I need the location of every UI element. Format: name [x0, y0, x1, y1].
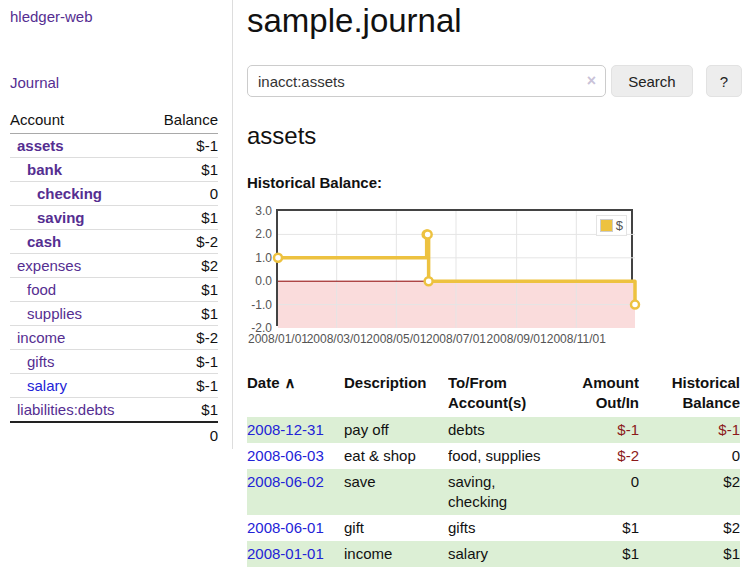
account-row: supplies$1 [10, 302, 218, 326]
chart-title: Historical Balance: [247, 174, 742, 191]
transaction-row: 2008-06-03eat & shopfood, supplies$-20 [247, 443, 740, 469]
account-row: income$-2 [10, 326, 218, 350]
register-table-body: 2008-12-31pay offdebts$-1$-12008-06-03ea… [247, 417, 740, 567]
account-name-cell: saving [10, 206, 147, 230]
sidebar-item-journal[interactable]: Journal [10, 74, 218, 91]
main-content: sample.journal × Search ? assets Histori… [233, 0, 742, 567]
transaction-row: 2008-06-02savesaving, checking0$2 [247, 469, 740, 515]
transaction-balance: $2 [639, 515, 740, 541]
transaction-balance: $2 [639, 469, 740, 515]
transaction-description: income [344, 541, 448, 567]
account-row: saving$1 [10, 206, 218, 230]
x-axis-tick-label: 2008/01/01 [246, 332, 310, 346]
account-link[interactable]: saving [37, 209, 85, 226]
transaction-date-link[interactable]: 2008-01-01 [247, 545, 324, 562]
transaction-date-link[interactable]: 2008-06-01 [247, 519, 324, 536]
page-title: sample.journal [247, 2, 742, 40]
accounts-table-body: assets$-1bank$1checking0saving$1cash$-2e… [10, 134, 218, 423]
account-balance: $-1 [147, 374, 218, 398]
account-name-cell: assets [10, 134, 147, 158]
account-link[interactable]: supplies [27, 305, 82, 322]
account-name-cell: income [10, 326, 147, 350]
account-balance: $2 [147, 254, 218, 278]
account-row: assets$-1 [10, 134, 218, 158]
transaction-description: save [344, 469, 448, 515]
account-row: checking0 [10, 182, 218, 206]
search-button[interactable]: Search [611, 65, 693, 97]
transaction-date-link[interactable]: 2008-12-31 [247, 421, 324, 438]
page: hledger-web Journal Account Balance asse… [0, 0, 742, 567]
chart-legend: $ [596, 215, 627, 236]
account-row: gifts$-1 [10, 350, 218, 374]
account-link[interactable]: checking [37, 185, 102, 202]
account-balance: $-1 [147, 350, 218, 374]
transaction-balance: $1 [639, 541, 740, 567]
transaction-accounts: gifts [448, 515, 552, 541]
account-name-cell: checking [10, 182, 147, 206]
account-name-cell: expenses [10, 254, 147, 278]
legend-label: $ [616, 218, 623, 233]
legend-swatch-icon [600, 219, 613, 232]
account-link[interactable]: food [27, 281, 56, 298]
account-link[interactable]: income [17, 329, 65, 346]
account-row: food$1 [10, 278, 218, 302]
account-row: cash$-2 [10, 230, 218, 254]
transaction-description: gift [344, 515, 448, 541]
y-axis-tick-label: 3.0 [242, 204, 272, 218]
account-balance: $-2 [147, 230, 218, 254]
account-link[interactable]: assets [17, 137, 64, 154]
x-axis-tick-label: 2008/11/01 [544, 332, 608, 346]
transaction-amount: $-2 [552, 443, 639, 469]
register-col-description: Description [344, 370, 448, 417]
accounts-table: Account Balance assets$-1bank$1checking0… [10, 108, 218, 447]
transaction-accounts: debts [448, 417, 552, 443]
account-link[interactable]: cash [27, 233, 61, 250]
x-axis-tick-label: 2008/03/01 [305, 332, 369, 346]
account-link[interactable]: gifts [27, 353, 55, 370]
transaction-amount: $-1 [552, 417, 639, 443]
account-link[interactable]: liabilities:debts [17, 401, 115, 418]
transaction-date-cell: 2008-06-01 [247, 515, 344, 541]
account-link[interactable]: expenses [17, 257, 81, 274]
accounts-col-balance: Balance [147, 108, 218, 134]
y-axis-tick-label: 2.0 [242, 227, 272, 241]
account-row: bank$1 [10, 158, 218, 182]
transaction-accounts: food, supplies [448, 443, 552, 469]
transaction-row: 2008-01-01incomesalary$1$1 [247, 541, 740, 567]
account-name-cell: salary [10, 374, 147, 398]
register-col-amount: Amount Out/In [552, 370, 639, 417]
transaction-date-link[interactable]: 2008-06-03 [247, 447, 324, 464]
register-col-date-label: Date [247, 374, 280, 391]
x-axis-tick-label: 2008/09/01 [485, 332, 549, 346]
sidebar: hledger-web Journal Account Balance asse… [0, 0, 233, 449]
transaction-amount: $1 [552, 515, 639, 541]
account-link[interactable]: bank [27, 161, 62, 178]
register-col-accounts: To/From Account(s) [448, 370, 552, 417]
app-title-link[interactable]: hledger-web [10, 8, 218, 25]
transaction-amount: 0 [552, 469, 639, 515]
balance-chart: $ 3.02.01.00.0-1.0-2.02008/01/012008/03/… [276, 209, 633, 326]
transaction-date-cell: 2008-12-31 [247, 417, 344, 443]
transaction-date-cell: 2008-01-01 [247, 541, 344, 567]
search-input[interactable] [247, 65, 606, 97]
transaction-row: 2008-12-31pay offdebts$-1$-1 [247, 417, 740, 443]
help-button[interactable]: ? [706, 65, 742, 97]
account-balance: $1 [147, 398, 218, 423]
account-name-cell: food [10, 278, 147, 302]
clear-search-icon[interactable]: × [587, 71, 596, 91]
accounts-header-row: Account Balance [10, 108, 218, 134]
account-balance: 0 [147, 182, 218, 206]
register-col-date: Date∧ [247, 370, 344, 417]
account-name-cell: bank [10, 158, 147, 182]
transaction-date-link[interactable]: 2008-06-02 [247, 473, 324, 490]
account-link[interactable]: salary [27, 377, 67, 394]
transaction-date-cell: 2008-06-02 [247, 469, 344, 515]
x-axis-tick-label: 2008/05/01 [364, 332, 428, 346]
transaction-amount: $1 [552, 541, 639, 567]
account-balance: $1 [147, 278, 218, 302]
account-row: salary$-1 [10, 374, 218, 398]
account-name-cell: gifts [10, 350, 147, 374]
transaction-description: eat & shop [344, 443, 448, 469]
account-balance: $1 [147, 206, 218, 230]
accounts-total-value: 0 [147, 422, 218, 447]
